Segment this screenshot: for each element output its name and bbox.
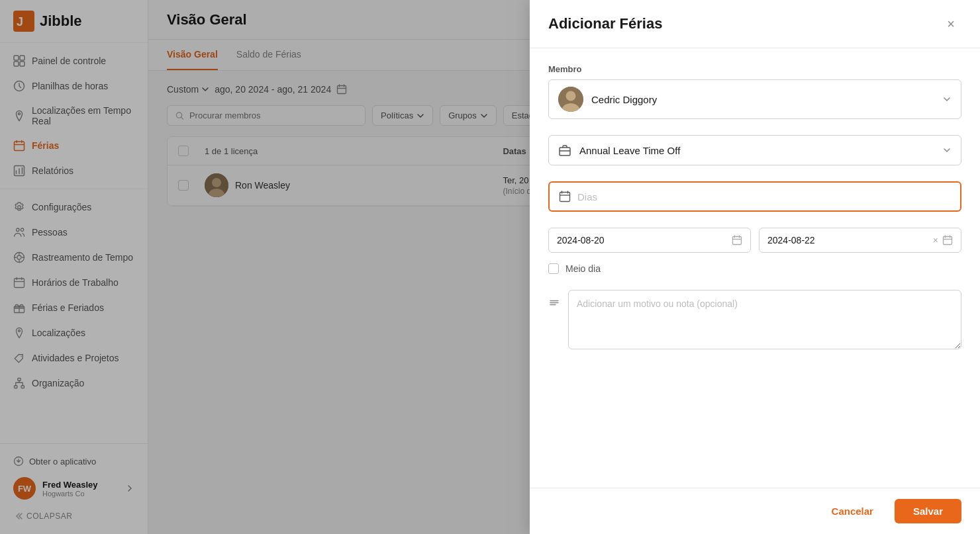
start-date-actions [732,235,742,245]
note-textarea[interactable] [568,290,961,349]
modal-drawer: Adicionar Férias × Membro Cedric Diggory [530,0,980,534]
chevron-down-icon [942,146,952,155]
notes-icon [548,298,560,310]
policy-select[interactable]: Annual Leave Time Off [548,135,961,165]
member-select-left: Cedric Diggory [558,87,657,112]
briefcase-icon [558,144,571,157]
svg-rect-30 [560,148,570,156]
modal-close-button[interactable]: × [940,13,961,34]
date-row: 2024-08-20 2024-08-22 × [548,228,961,253]
modal-title: Adicionar Férias [548,15,662,32]
close-icon: × [947,17,955,32]
policy-select-left: Annual Leave Time Off [558,144,680,157]
member-section: Membro Cedric Diggory [548,64,961,119]
member-avatar-image [558,87,583,112]
days-input[interactable] [577,191,951,202]
end-date-field[interactable]: 2024-08-22 × [759,228,961,253]
policy-section: Annual Leave Time Off [548,135,961,165]
end-date-actions: × [933,235,953,245]
svg-rect-32 [733,237,742,245]
half-day-checkbox[interactable] [548,263,559,274]
save-button[interactable]: Salvar [895,499,961,523]
start-date-field[interactable]: 2024-08-20 [548,228,751,253]
member-select[interactable]: Cedric Diggory [548,79,961,119]
policy-name: Annual Leave Time Off [579,145,680,156]
clear-end-date-button[interactable]: × [933,235,938,245]
modal-body: Membro Cedric Diggory [530,48,980,488]
svg-point-28 [566,91,576,101]
days-section [548,181,961,212]
chevron-down-icon [942,95,952,104]
cancel-button[interactable]: Cancelar [818,499,887,523]
member-select-name: Cedric Diggory [591,94,657,105]
half-day-row: Meio dia [548,263,961,274]
svg-rect-33 [944,237,952,245]
half-day-label: Meio dia [565,263,601,274]
end-date-value: 2024-08-22 [767,235,815,245]
start-date-value: 2024-08-20 [557,235,605,245]
member-avatar [558,87,583,112]
calendar-icon[interactable] [942,235,953,245]
svg-rect-31 [560,193,570,202]
days-field[interactable] [548,181,961,212]
modal-header: Adicionar Férias × [530,0,980,48]
date-range-section: 2024-08-20 2024-08-22 × [548,228,961,274]
calendar-days-icon [559,191,571,202]
note-section [548,290,961,349]
modal-footer: Cancelar Salvar [530,488,980,534]
member-label: Membro [548,64,961,74]
calendar-icon[interactable] [732,235,742,245]
